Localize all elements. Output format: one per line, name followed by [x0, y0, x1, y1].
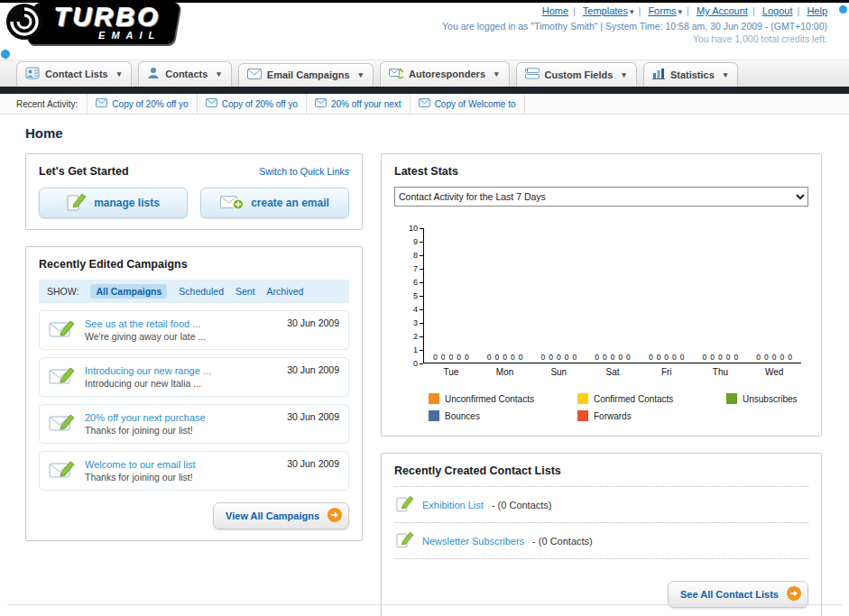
chart-value-label: 0 [603, 353, 607, 362]
chart-value-label: 0 [611, 353, 615, 362]
recent-activity-item-label: 20% off your next [331, 99, 401, 109]
tab-email-campaigns[interactable]: Email Campaigns [238, 63, 374, 87]
view-all-campaigns-label: View All Campaigns [226, 510, 319, 521]
campaigns-filter-bar: SHOW: All Campaigns Scheduled Sent Archi… [39, 280, 349, 303]
campaign-title-link[interactable]: Welcome to our email list [85, 459, 271, 470]
stats-range-select[interactable]: Contact Activity for the Last 7 Days [394, 187, 808, 207]
chevron-down-icon [630, 7, 634, 16]
campaign-title-link[interactable]: Introducing our new range ... [85, 365, 271, 376]
campaign-title-link[interactable]: 20% off your next purchase [85, 412, 271, 423]
contact-lists-title: Recently Created Contact Lists [394, 464, 808, 477]
campaign-title-link[interactable]: See us at the retail food ... [85, 318, 271, 329]
chart-value-label: 0 [780, 353, 785, 362]
envelope-icon [315, 98, 327, 109]
chart-value-label: 0 [565, 353, 569, 362]
tab-autoresponders[interactable]: Autoresponders [380, 61, 510, 87]
tab-label: Contacts [165, 69, 208, 79]
top-link-templates[interactable]: Templates [583, 5, 628, 16]
recent-activity-item[interactable]: Copy of 20% off yo [197, 94, 306, 114]
contact-lists-icon [25, 67, 40, 81]
chart-x-label: Tue [424, 363, 478, 377]
campaign-subtitle: Thanks for joining our list! [85, 425, 271, 436]
filter-sent[interactable]: Sent [235, 286, 255, 297]
arrow-right-icon [787, 586, 801, 602]
campaign-date: 30 Jun 2009 [287, 411, 339, 422]
tab-label: Custom Fields [545, 69, 614, 80]
top-link-my-account[interactable]: My Account [697, 5, 748, 16]
chart-x-label: Wed [747, 363, 801, 377]
top-link-logout[interactable]: Logout [762, 5, 793, 16]
envelope-icon [247, 69, 262, 81]
chevron-down-icon [622, 70, 626, 79]
envelope-icon [206, 98, 217, 109]
switch-to-quick-links[interactable]: Switch to Quick Links [259, 166, 349, 177]
view-all-campaigns-button[interactable]: View All Campaigns [213, 502, 349, 529]
chart-value-label: 0 [626, 353, 631, 362]
chart-value-label: 0 [672, 353, 677, 362]
chart-value-label: 0 [595, 353, 599, 362]
legend-swatch [429, 410, 439, 421]
app-logo[interactable]: TURBO EMAIL [5, 3, 177, 44]
contact-list-link[interactable]: Exhibition List [422, 500, 484, 510]
pencil-paper-icon [396, 531, 414, 550]
chart-value-group: 00000 [478, 353, 532, 362]
envelope-icon [419, 98, 430, 109]
tab-contacts[interactable]: Contacts [138, 61, 232, 87]
tab-custom-fields[interactable]: Custom Fields [516, 62, 637, 87]
legend-label: Unsubscribes [743, 394, 798, 404]
chart-value-label: 0 [448, 353, 453, 362]
chevron-down-icon [217, 69, 221, 78]
chart-value-label: 0 [680, 353, 685, 362]
show-label: SHOW: [47, 286, 78, 297]
main-content: Home Let's Get Started Switch to Quick L… [0, 115, 849, 603]
recent-activity-item[interactable]: Copy of Welcome to [410, 94, 525, 114]
chart-value-group: 00000 [640, 353, 694, 362]
nav-dark-bar [0, 87, 849, 94]
credits-info: You have 1,000 total credits left. [693, 33, 827, 44]
separator [752, 5, 755, 16]
top-link-home[interactable]: Home [542, 5, 568, 16]
logo-plate: TURBO EMAIL [27, 3, 180, 44]
page-title: Home [25, 125, 822, 141]
arrow-right-icon [328, 508, 342, 524]
chart-value-group: 00000 [694, 353, 748, 362]
chart-value-label: 0 [788, 353, 792, 362]
chart-value-label: 0 [764, 353, 769, 362]
top-link-help[interactable]: Help [807, 5, 827, 16]
chart-value-group: 00000 [531, 353, 586, 362]
chart-value-label: 0 [441, 353, 446, 362]
recently-created-contact-lists-panel: Recently Created Contact Lists Exhibitio… [381, 453, 822, 616]
tab-statistics[interactable]: Statistics [643, 62, 738, 87]
legend-item: Unsubscribes [726, 393, 801, 404]
envelope-pencil-icon [49, 364, 76, 390]
chart-value-label: 0 [457, 353, 461, 362]
campaign-row: 20% off your next purchase Thanks for jo… [39, 404, 349, 444]
filter-scheduled[interactable]: Scheduled [179, 286, 224, 297]
campaign-subtitle: Introducing our new Italia ... [85, 378, 271, 389]
pencil-icon [67, 193, 87, 214]
chart-value-label: 0 [726, 353, 731, 362]
chart-y-tick: 9 [413, 237, 423, 246]
tab-label: Contact Lists [45, 69, 108, 79]
envelope-plus-icon [220, 194, 244, 213]
legend-swatch [577, 393, 588, 404]
campaign-subtitle: We're giving away our late ... [85, 331, 271, 342]
recent-activity-item[interactable]: 20% off your next [306, 94, 410, 114]
tab-contact-lists[interactable]: Contact Lists [16, 61, 132, 87]
chart-y-tick: 6 [413, 278, 423, 287]
top-link-forms[interactable]: Forms [648, 5, 676, 16]
contact-list-link[interactable]: Newsletter Subscribers [422, 536, 524, 547]
chart-value-label: 0 [772, 353, 777, 362]
chart-value-label: 0 [519, 353, 523, 362]
tab-label: Statistics [670, 69, 715, 80]
envelope-icon [96, 98, 107, 109]
campaign-subtitle: Thanks for joining our list! [85, 472, 271, 483]
filter-archived[interactable]: Archived [267, 286, 304, 297]
recent-activity-item[interactable]: Copy of 20% off yo [87, 94, 196, 114]
filter-all-campaigns[interactable]: All Campaigns [90, 284, 167, 299]
recent-activity-item-label: Copy of 20% off yo [222, 99, 298, 109]
create-email-button[interactable]: create an email [200, 188, 349, 218]
manage-lists-button[interactable]: manage lists [39, 188, 188, 218]
chart-y-tick: 0 [413, 359, 423, 368]
chart-value-label: 0 [572, 353, 577, 362]
